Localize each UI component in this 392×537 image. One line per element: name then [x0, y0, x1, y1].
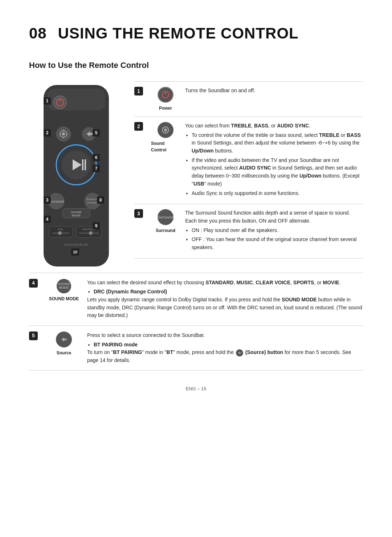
bottom-row-5: 5 Source Press to select a source connec…	[29, 326, 363, 371]
svg-text:Surround: Surround	[49, 200, 64, 203]
section-title: How to Use the Remote Control	[29, 59, 363, 71]
soundmode-label: SOUND MODE	[49, 296, 79, 302]
svg-text:SOUND: SOUND	[71, 211, 82, 214]
svg-text:SOUNDBAR: SOUNDBAR	[64, 243, 88, 247]
svg-point-45	[58, 231, 62, 235]
desc-icon-surround: Surround Surround	[151, 209, 180, 234]
power-icon	[158, 87, 173, 103]
main-layout: 1 2 5	[29, 81, 363, 273]
svg-text:9: 9	[95, 223, 98, 228]
remote-control-column: 1 2 5	[29, 81, 123, 273]
svg-text:6: 6	[95, 155, 98, 160]
svg-text:Bluetooth: Bluetooth	[86, 198, 99, 201]
desc-row-2: 2	[134, 117, 363, 204]
surround-icon: Surround	[158, 209, 173, 225]
desc-num-2: 2	[134, 122, 146, 131]
soundmode-icon: SOUND MODE	[57, 279, 71, 293]
svg-text:POWER: POWER	[87, 201, 98, 204]
svg-line-66	[163, 131, 164, 133]
svg-text:1: 1	[46, 98, 49, 103]
svg-text:8: 8	[99, 198, 102, 203]
svg-line-64	[167, 131, 168, 133]
desc-icon-sound-control: Sound Control	[151, 122, 180, 153]
bottom-icon-soundmode: SOUND MODE SOUND MODE	[46, 279, 82, 302]
desc-icon-power: Power	[151, 87, 180, 111]
svg-point-2	[53, 96, 66, 109]
desc-table: 1 Power Turns the Soundbar on and off.	[134, 81, 363, 259]
sound-control-label: Sound Control	[151, 140, 180, 153]
page-footer: ENG – 15	[29, 385, 363, 392]
page-title: 08 USING THE REMOTE CONTROL	[29, 22, 363, 45]
desc-content-3: The Surround Sound function adds depth a…	[185, 209, 363, 253]
svg-point-58	[164, 129, 167, 131]
bottom-table: 4 SOUND MODE SOUND MODE You can select t…	[29, 273, 363, 371]
description-column: 1 Power Turns the Soundbar on and off.	[134, 81, 363, 273]
svg-point-49	[89, 231, 93, 235]
bottom-content-5: Press to select a source connected to th…	[87, 331, 363, 365]
svg-text:2: 2	[46, 130, 49, 135]
bottom-num-5: 5	[29, 331, 41, 340]
desc-row-1: 1 Power Turns the Soundbar on and off.	[134, 82, 363, 117]
svg-text:10: 10	[73, 250, 77, 254]
desc-row-3: 3 Surround Surround The Surround Sound f…	[134, 204, 363, 258]
bottom-num-4: 4	[29, 279, 41, 288]
svg-text:MODE: MODE	[72, 214, 81, 217]
svg-text:5: 5	[95, 130, 98, 135]
svg-text:VOL: VOL	[58, 228, 64, 231]
svg-text:3: 3	[46, 198, 49, 203]
bottom-row-4: 4 SOUND MODE SOUND MODE You can select t…	[29, 273, 363, 326]
power-label: Power	[159, 105, 172, 111]
desc-content-1: Turns the Soundbar on and off.	[185, 87, 363, 95]
svg-text:4: 4	[46, 217, 49, 222]
gear-icon	[158, 122, 173, 138]
desc-num-3: 3	[134, 209, 146, 218]
svg-line-63	[163, 127, 164, 129]
surround-label: Surround	[156, 227, 175, 234]
svg-point-9	[62, 133, 65, 135]
svg-text:7: 7	[95, 166, 98, 171]
desc-num-1: 1	[134, 87, 146, 95]
desc-content-2: You can select from TREBLE, BASS, or AUD…	[185, 122, 363, 199]
source-icon	[56, 331, 72, 347]
source-inline-icon	[236, 349, 243, 357]
bottom-icon-source: Source	[46, 331, 82, 356]
bottom-content-4: You can select the desired sound effect …	[87, 279, 363, 320]
remote-control-image: 1 2 5	[36, 81, 116, 273]
svg-line-65	[167, 127, 168, 129]
source-label: Source	[57, 350, 72, 356]
remote-svg: 1 2 5	[36, 81, 116, 270]
